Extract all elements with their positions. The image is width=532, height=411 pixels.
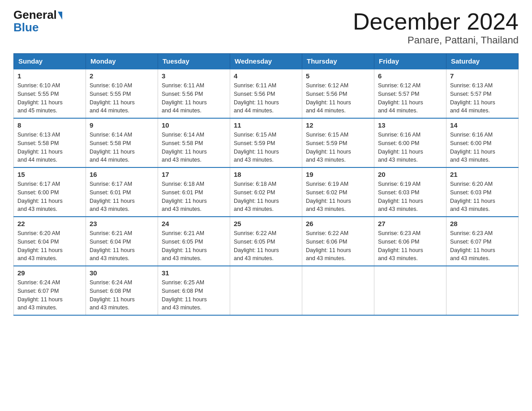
calendar-cell: 10Sunrise: 6:14 AMSunset: 5:58 PMDayligh… <box>158 118 230 167</box>
day-number: 20 <box>378 171 442 178</box>
calendar-cell: 22Sunrise: 6:20 AMSunset: 6:04 PMDayligh… <box>14 217 86 266</box>
day-info: Sunrise: 6:13 AMSunset: 5:58 PMDaylight:… <box>17 131 82 164</box>
day-info: Sunrise: 6:13 AMSunset: 5:57 PMDaylight:… <box>450 81 515 115</box>
header-friday: Friday <box>374 54 446 69</box>
calendar-cell <box>302 266 374 315</box>
calendar-cell: 13Sunrise: 6:16 AMSunset: 6:00 PMDayligh… <box>374 118 446 167</box>
logo-arrow-icon <box>58 12 62 20</box>
day-info: Sunrise: 6:20 AMSunset: 6:03 PMDaylight:… <box>450 180 515 214</box>
day-info: Sunrise: 6:21 AMSunset: 6:04 PMDaylight:… <box>90 229 154 263</box>
calendar-cell: 20Sunrise: 6:19 AMSunset: 6:03 PMDayligh… <box>374 167 446 217</box>
day-number: 14 <box>450 121 515 129</box>
calendar-cell: 29Sunrise: 6:24 AMSunset: 6:07 PMDayligh… <box>14 266 86 315</box>
day-info: Sunrise: 6:12 AMSunset: 5:57 PMDaylight:… <box>378 81 442 115</box>
calendar-cell: 11Sunrise: 6:15 AMSunset: 5:59 PMDayligh… <box>230 118 302 167</box>
calendar-header-row: SundayMondayTuesdayWednesdayThursdayFrid… <box>14 54 519 69</box>
page-header: General Blue December 2024 Panare, Patta… <box>13 9 519 46</box>
day-info: Sunrise: 6:16 AMSunset: 6:00 PMDaylight:… <box>378 131 442 164</box>
week-row-1: 1Sunrise: 6:10 AMSunset: 5:55 PMDaylight… <box>14 69 519 118</box>
calendar-cell: 14Sunrise: 6:16 AMSunset: 6:00 PMDayligh… <box>446 118 519 167</box>
calendar-cell <box>230 266 302 315</box>
calendar-cell: 7Sunrise: 6:13 AMSunset: 5:57 PMDaylight… <box>446 69 519 118</box>
calendar-cell: 21Sunrise: 6:20 AMSunset: 6:03 PMDayligh… <box>446 167 519 217</box>
day-number: 18 <box>234 171 298 178</box>
day-info: Sunrise: 6:18 AMSunset: 6:02 PMDaylight:… <box>234 180 298 214</box>
calendar-cell: 23Sunrise: 6:21 AMSunset: 6:04 PMDayligh… <box>86 217 158 266</box>
day-number: 8 <box>17 121 82 129</box>
calendar-cell: 19Sunrise: 6:19 AMSunset: 6:02 PMDayligh… <box>302 167 374 217</box>
day-number: 22 <box>17 220 82 227</box>
day-number: 5 <box>306 72 370 80</box>
day-number: 24 <box>162 220 226 227</box>
calendar-cell <box>374 266 446 315</box>
day-info: Sunrise: 6:10 AMSunset: 5:55 PMDaylight:… <box>17 81 82 115</box>
day-info: Sunrise: 6:19 AMSunset: 6:02 PMDaylight:… <box>306 180 370 214</box>
calendar-cell: 27Sunrise: 6:23 AMSunset: 6:06 PMDayligh… <box>374 217 446 266</box>
calendar-cell: 17Sunrise: 6:18 AMSunset: 6:01 PMDayligh… <box>158 167 230 217</box>
week-row-5: 29Sunrise: 6:24 AMSunset: 6:07 PMDayligh… <box>14 266 519 315</box>
header-thursday: Thursday <box>302 54 374 69</box>
day-info: Sunrise: 6:22 AMSunset: 6:05 PMDaylight:… <box>234 229 298 263</box>
day-number: 4 <box>234 72 298 80</box>
calendar-cell: 18Sunrise: 6:18 AMSunset: 6:02 PMDayligh… <box>230 167 302 217</box>
logo-blue-text: Blue <box>13 21 39 34</box>
day-number: 9 <box>90 121 154 129</box>
calendar-cell <box>446 266 519 315</box>
day-info: Sunrise: 6:14 AMSunset: 5:58 PMDaylight:… <box>90 131 154 164</box>
day-number: 31 <box>162 269 226 277</box>
calendar-cell: 8Sunrise: 6:13 AMSunset: 5:58 PMDaylight… <box>14 118 86 167</box>
day-info: Sunrise: 6:14 AMSunset: 5:58 PMDaylight:… <box>162 131 226 164</box>
day-number: 23 <box>90 220 154 227</box>
header-sunday: Sunday <box>14 54 86 69</box>
week-row-2: 8Sunrise: 6:13 AMSunset: 5:58 PMDaylight… <box>14 118 519 167</box>
day-number: 15 <box>17 171 82 178</box>
day-number: 28 <box>450 220 515 227</box>
day-number: 25 <box>234 220 298 227</box>
calendar-cell: 16Sunrise: 6:17 AMSunset: 6:01 PMDayligh… <box>86 167 158 217</box>
day-number: 6 <box>378 72 442 80</box>
header-monday: Monday <box>86 54 158 69</box>
location-subtitle: Panare, Pattani, Thailand <box>353 34 519 46</box>
month-title: December 2024 <box>353 9 519 34</box>
day-info: Sunrise: 6:12 AMSunset: 5:56 PMDaylight:… <box>306 81 370 115</box>
calendar-cell: 3Sunrise: 6:11 AMSunset: 5:56 PMDaylight… <box>158 69 230 118</box>
logo: General Blue <box>13 9 62 34</box>
day-info: Sunrise: 6:18 AMSunset: 6:01 PMDaylight:… <box>162 180 226 214</box>
calendar-cell: 25Sunrise: 6:22 AMSunset: 6:05 PMDayligh… <box>230 217 302 266</box>
day-number: 19 <box>306 171 370 178</box>
day-info: Sunrise: 6:15 AMSunset: 5:59 PMDaylight:… <box>234 131 298 164</box>
day-info: Sunrise: 6:11 AMSunset: 5:56 PMDaylight:… <box>234 81 298 115</box>
calendar-cell: 15Sunrise: 6:17 AMSunset: 6:00 PMDayligh… <box>14 167 86 217</box>
day-info: Sunrise: 6:23 AMSunset: 6:06 PMDaylight:… <box>378 229 442 263</box>
header-wednesday: Wednesday <box>230 54 302 69</box>
day-info: Sunrise: 6:11 AMSunset: 5:56 PMDaylight:… <box>162 81 226 115</box>
day-number: 21 <box>450 171 515 178</box>
day-info: Sunrise: 6:17 AMSunset: 6:01 PMDaylight:… <box>90 180 154 214</box>
day-info: Sunrise: 6:22 AMSunset: 6:06 PMDaylight:… <box>306 229 370 263</box>
day-info: Sunrise: 6:24 AMSunset: 6:07 PMDaylight:… <box>17 278 82 312</box>
day-info: Sunrise: 6:16 AMSunset: 6:00 PMDaylight:… <box>450 131 515 164</box>
day-number: 1 <box>17 72 82 80</box>
day-info: Sunrise: 6:15 AMSunset: 5:59 PMDaylight:… <box>306 131 370 164</box>
day-info: Sunrise: 6:24 AMSunset: 6:08 PMDaylight:… <box>90 278 154 312</box>
calendar-cell: 6Sunrise: 6:12 AMSunset: 5:57 PMDaylight… <box>374 69 446 118</box>
title-block: December 2024 Panare, Pattani, Thailand <box>353 9 519 46</box>
day-number: 11 <box>234 121 298 129</box>
day-number: 17 <box>162 171 226 178</box>
calendar-cell: 26Sunrise: 6:22 AMSunset: 6:06 PMDayligh… <box>302 217 374 266</box>
calendar-cell: 5Sunrise: 6:12 AMSunset: 5:56 PMDaylight… <box>302 69 374 118</box>
day-number: 30 <box>90 269 154 277</box>
day-info: Sunrise: 6:20 AMSunset: 6:04 PMDaylight:… <box>17 229 82 263</box>
day-number: 7 <box>450 72 515 80</box>
day-number: 12 <box>306 121 370 129</box>
calendar-cell: 4Sunrise: 6:11 AMSunset: 5:56 PMDaylight… <box>230 69 302 118</box>
day-info: Sunrise: 6:10 AMSunset: 5:55 PMDaylight:… <box>90 81 154 115</box>
week-row-4: 22Sunrise: 6:20 AMSunset: 6:04 PMDayligh… <box>14 217 519 266</box>
calendar-cell: 31Sunrise: 6:25 AMSunset: 6:08 PMDayligh… <box>158 266 230 315</box>
calendar-cell: 24Sunrise: 6:21 AMSunset: 6:05 PMDayligh… <box>158 217 230 266</box>
day-number: 13 <box>378 121 442 129</box>
calendar-cell: 12Sunrise: 6:15 AMSunset: 5:59 PMDayligh… <box>302 118 374 167</box>
day-number: 3 <box>162 72 226 80</box>
logo-general-text: General <box>13 9 57 21</box>
header-tuesday: Tuesday <box>158 54 230 69</box>
